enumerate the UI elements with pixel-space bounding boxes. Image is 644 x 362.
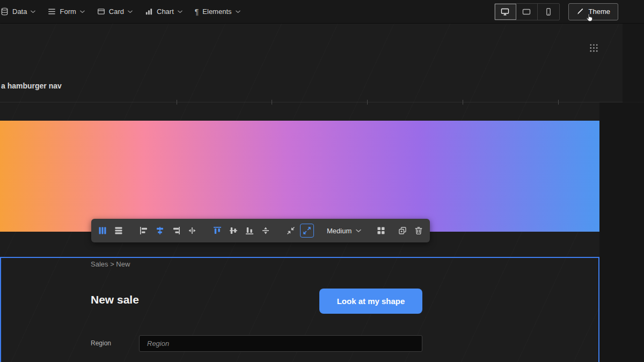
column-layout-icon[interactable] xyxy=(96,224,109,238)
grid-tick xyxy=(272,100,272,105)
canvas-right-margin xyxy=(623,24,644,102)
device-mobile-button[interactable] xyxy=(538,4,559,20)
duplicate-icon[interactable] xyxy=(396,224,409,238)
alignment-toolbar: Medium xyxy=(91,219,430,242)
menu-chart[interactable]: Chart xyxy=(141,0,191,23)
breadcrumb: Sales > New xyxy=(91,260,130,268)
align-top-icon[interactable] xyxy=(210,224,224,238)
topbar-right-cluster: Theme xyxy=(494,3,644,20)
menu-label: Data xyxy=(12,8,27,16)
grid-tick xyxy=(558,100,559,105)
device-desktop-button[interactable] xyxy=(495,4,516,20)
phone-icon xyxy=(544,8,553,16)
shrink-icon[interactable] xyxy=(284,224,298,238)
form-icon xyxy=(48,8,56,16)
chevron-down-icon xyxy=(236,10,240,13)
card-icon xyxy=(97,8,105,16)
monitor-icon xyxy=(501,8,509,16)
delete-icon[interactable] xyxy=(412,224,426,238)
device-preview-toggle xyxy=(494,3,560,20)
menu-label: Chart xyxy=(157,8,174,16)
grid-tick xyxy=(367,100,368,105)
theme-button[interactable]: Theme xyxy=(568,3,618,20)
device-tablet-button[interactable] xyxy=(516,4,538,20)
expand-icon[interactable] xyxy=(300,224,314,238)
app-builder: Data Form Card Chart ¶ Elements xyxy=(0,0,644,362)
size-dropdown-value: Medium xyxy=(327,227,352,235)
menu-label: Form xyxy=(60,8,76,16)
align-bottom-icon[interactable] xyxy=(243,224,257,238)
elements-icon: ¶ xyxy=(195,8,199,16)
section-divider xyxy=(0,102,623,102)
editor-canvas: a hamburger nav xyxy=(0,24,644,362)
row-layout-icon[interactable] xyxy=(112,224,126,238)
chevron-down-icon xyxy=(128,10,133,13)
chart-icon xyxy=(145,8,153,16)
canvas-right-margin xyxy=(599,102,644,362)
drag-handle-icon[interactable] xyxy=(589,43,598,53)
align-right-icon[interactable] xyxy=(169,224,183,238)
align-center-horizontal-icon[interactable] xyxy=(153,224,167,238)
distribute-horizontal-icon[interactable] xyxy=(185,224,199,238)
database-icon xyxy=(1,8,9,16)
align-middle-icon[interactable] xyxy=(226,224,240,238)
distribute-vertical-icon[interactable] xyxy=(259,224,273,238)
menu-elements[interactable]: ¶ Elements xyxy=(191,0,248,23)
page-title: New sale xyxy=(91,293,139,306)
menu-form[interactable]: Form xyxy=(43,0,92,23)
tablet-icon xyxy=(522,8,531,16)
grid-tick xyxy=(463,100,463,105)
top-toolbar: Data Form Card Chart ¶ Elements xyxy=(0,0,644,24)
chevron-down-icon xyxy=(31,10,35,13)
gradient-banner-component[interactable] xyxy=(0,121,599,232)
size-dropdown[interactable]: Medium xyxy=(321,223,367,238)
paintbrush-icon xyxy=(576,8,584,16)
grid-tick xyxy=(177,100,177,105)
region-field-label: Region xyxy=(91,339,111,347)
menu-label: Elements xyxy=(202,8,231,16)
look-at-my-shape-button[interactable]: Look at my shape xyxy=(319,289,422,314)
menu-label: Card xyxy=(109,8,124,16)
theme-button-label: Theme xyxy=(589,8,610,16)
chevron-down-icon xyxy=(80,10,85,13)
chevron-down-icon xyxy=(356,229,361,233)
region-input[interactable] xyxy=(139,335,422,352)
menu-data[interactable]: Data xyxy=(0,0,43,23)
nav-component-text[interactable]: a hamburger nav xyxy=(1,82,62,90)
selected-form-container[interactable]: Sales > New New sale Look at my shape Re… xyxy=(0,257,599,362)
align-left-icon[interactable] xyxy=(137,224,151,238)
menu-card[interactable]: Card xyxy=(93,0,141,23)
chevron-down-icon xyxy=(178,10,182,13)
component-menu: Data Form Card Chart ¶ Elements xyxy=(0,0,248,23)
group-icon[interactable] xyxy=(374,224,388,238)
